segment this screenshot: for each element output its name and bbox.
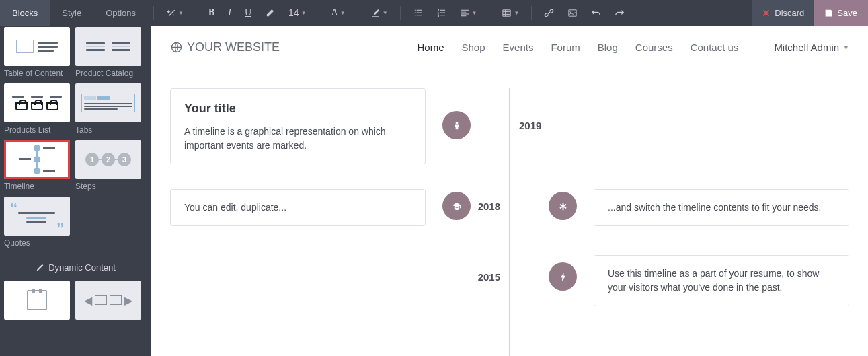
site-header: YOUR WEBSITE Home Shop Events Forum Blog… — [170, 40, 849, 61]
unordered-list-button[interactable] — [406, 0, 430, 26]
save-button[interactable]: Save — [814, 0, 868, 26]
timeline-year: 2019 — [519, 120, 541, 131]
nav-contact[interactable]: Contact us — [691, 42, 739, 53]
block-dynamic-2[interactable]: ◀ ▶ — [75, 281, 141, 320]
timeline-year: 2015 — [478, 271, 500, 283]
child-icon — [452, 120, 462, 131]
timeline-card-title: Your title — [184, 100, 411, 118]
table-dropdown[interactable]: ▼ — [495, 0, 526, 26]
table-icon — [502, 8, 512, 18]
timeline-card-text: ...and switch the timeline contents to f… — [608, 201, 835, 215]
font-size-dropdown[interactable]: 14▼ — [282, 0, 313, 26]
italic-button[interactable]: I — [221, 0, 238, 26]
timeline-icon[interactable] — [549, 262, 577, 291]
timeline-icon[interactable] — [442, 111, 471, 139]
undo-button[interactable] — [584, 0, 608, 26]
list-ol-icon — [436, 8, 446, 18]
nav-shop[interactable]: Shop — [462, 42, 485, 53]
block-steps[interactable]: 123 Steps — [75, 140, 141, 191]
underline-button[interactable]: U — [238, 0, 258, 26]
timeline-card[interactable]: Your title A timeline is a graphical rep… — [170, 88, 426, 164]
timeline-card[interactable]: You can edit, duplicate... — [170, 189, 426, 226]
timeline-card[interactable]: Use this timeline as a part of your resu… — [594, 255, 849, 306]
bolt-icon — [558, 272, 568, 282]
timeline-icon[interactable] — [549, 192, 577, 220]
link-button[interactable] — [537, 0, 561, 26]
editor-toolbar: Blocks Style Options ▼ B I U 14▼ A▼ ▼ ▼ … — [0, 0, 868, 26]
site-logo[interactable]: YOUR WEBSITE — [170, 40, 280, 55]
undo-icon — [591, 8, 601, 18]
asterisk-icon — [558, 201, 568, 211]
bold-button[interactable]: B — [202, 0, 221, 26]
image-icon — [567, 8, 578, 18]
timeline-card-text: You can edit, duplicate... — [184, 201, 411, 215]
nav-blog[interactable]: Blog — [598, 42, 618, 53]
nav-forum[interactable]: Forum — [551, 42, 580, 53]
font-color-dropdown[interactable]: A▼ — [325, 0, 352, 26]
block-timeline[interactable]: Timeline — [4, 140, 70, 191]
align-dropdown[interactable]: ▼ — [453, 0, 484, 26]
block-tabs[interactable]: Tabs — [75, 83, 141, 135]
link-icon — [544, 8, 554, 18]
graduation-cap-icon — [452, 201, 462, 211]
timeline-year: 2018 — [478, 201, 500, 212]
eraser-icon — [265, 8, 275, 18]
website-preview: YOUR WEBSITE Home Shop Events Forum Blog… — [151, 26, 868, 356]
close-icon — [762, 9, 771, 17]
highlight-dropdown[interactable]: ▼ — [364, 0, 395, 26]
block-dynamic-1[interactable] — [4, 281, 70, 320]
pencil-icon — [36, 263, 44, 272]
redo-icon — [615, 8, 625, 18]
timeline-card-text: A timeline is a graphical representation… — [184, 124, 411, 153]
block-products-list[interactable]: Products List — [4, 83, 70, 135]
tab-blocks[interactable]: Blocks — [0, 0, 50, 26]
align-icon — [460, 8, 470, 18]
magic-wand-button[interactable]: ▼ — [159, 0, 190, 26]
block-quotes[interactable]: “ ” Quotes — [4, 197, 70, 248]
timeline-block[interactable]: Your title A timeline is a graphical rep… — [170, 88, 849, 330]
site-nav: Home Shop Events Forum Blog Courses Cont… — [418, 41, 850, 55]
magic-wand-icon — [166, 8, 176, 18]
eraser-button[interactable] — [258, 0, 282, 26]
globe-icon — [170, 41, 183, 54]
brush-icon — [370, 8, 381, 18]
svg-point-1 — [455, 121, 458, 124]
dynamic-content-section: Dynamic Content — [3, 262, 149, 273]
nav-events[interactable]: Events — [503, 42, 534, 53]
redo-button[interactable] — [608, 0, 631, 26]
nav-courses[interactable]: Courses — [635, 42, 673, 53]
block-table-of-content[interactable]: Table of Content — [4, 27, 70, 78]
nav-home[interactable]: Home — [418, 42, 444, 53]
save-icon — [824, 9, 833, 17]
blocks-sidebar: Table of Content Product Catalog Product… — [0, 26, 151, 356]
timeline-card-text: Use this timeline as a part of your resu… — [608, 266, 835, 295]
block-product-catalog[interactable]: Product Catalog — [75, 27, 141, 78]
timeline-card[interactable]: ...and switch the timeline contents to f… — [594, 189, 849, 226]
list-ul-icon — [413, 8, 423, 18]
user-dropdown[interactable]: Mitchell Admin▼ — [774, 42, 849, 53]
tab-style[interactable]: Style — [50, 0, 93, 26]
timeline-icon[interactable] — [442, 192, 471, 220]
image-button[interactable] — [561, 0, 584, 26]
discard-button[interactable]: Discard — [752, 0, 814, 26]
ordered-list-button[interactable] — [430, 0, 453, 26]
tab-options[interactable]: Options — [93, 0, 148, 26]
